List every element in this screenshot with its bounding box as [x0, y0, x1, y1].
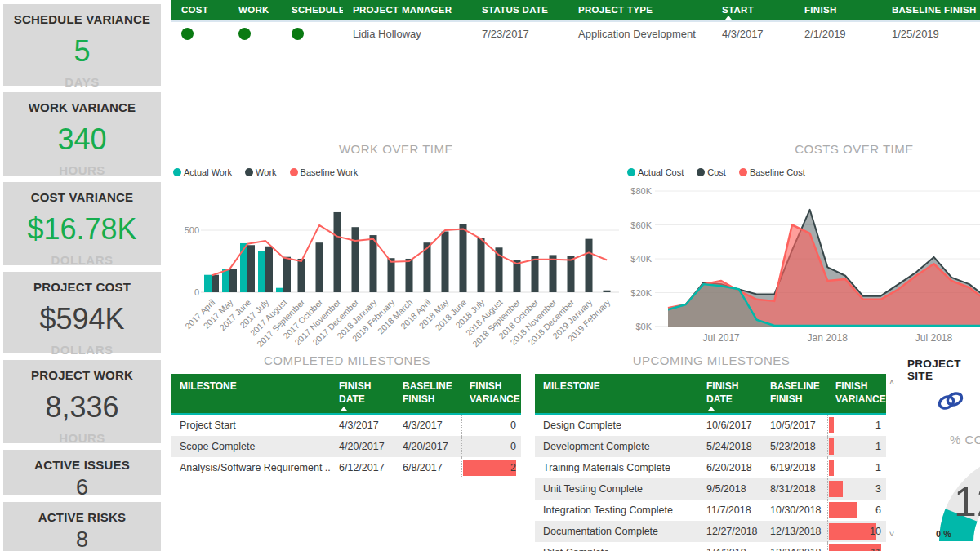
svg-text:Jul 2018: Jul 2018 — [915, 332, 953, 344]
column-header-label: FINISH — [770, 393, 802, 405]
column-header-milestone[interactable]: MILESTONE — [172, 374, 331, 413]
table-row[interactable]: Integration Testing Complete11/7/201810/… — [535, 500, 886, 521]
table-row[interactable]: Project Start4/3/20174/3/20170 — [172, 415, 521, 436]
finish-variance-value: 1 — [875, 462, 881, 473]
legend-item-actual-work[interactable]: Actual Work — [173, 167, 232, 177]
kpi-title: COST VARIANCE — [3, 190, 161, 204]
column-header-baseline-finish[interactable]: BASELINEFINISH — [762, 374, 827, 413]
table-row[interactable]: Unit Testing Complete9/5/20188/31/20183 — [535, 478, 886, 500]
column-header-label: START — [722, 5, 754, 15]
legend-item-baseline-work[interactable]: Baseline Work — [290, 167, 359, 177]
variance-data-bar — [829, 460, 834, 476]
baseline-finish-cell: 8/31/2018 — [762, 478, 827, 500]
column-header-status-date[interactable]: STATUS DATE — [472, 0, 568, 20]
table-row[interactable]: Analysis/Software Requirement ...6/12/20… — [172, 457, 521, 478]
svg-text:0: 0 — [194, 287, 199, 297]
kpi-title: ACTIVE RISKS — [3, 510, 161, 524]
finish-variance-cell: 10 — [827, 521, 886, 542]
kpi-value: $594K — [3, 302, 161, 336]
table-row[interactable]: Development Complete5/24/20185/23/20181 — [535, 436, 886, 457]
table-row[interactable]: Documentation Complete12/27/201812/13/20… — [535, 521, 886, 542]
column-header-start[interactable]: START — [712, 0, 795, 20]
gauge-value: 12 % — [954, 478, 980, 526]
legend-item-actual-cost[interactable]: Actual Cost — [627, 167, 684, 177]
legend-item-cost[interactable]: Cost — [697, 167, 726, 177]
column-header-finish[interactable]: FINISH — [795, 0, 882, 20]
column-header-baseline-finish[interactable]: BASELINE FINISH — [882, 0, 980, 20]
upcoming-milestones-table: Design Complete10/6/201710/5/20171Develo… — [535, 415, 886, 551]
kpi-value: 340 — [3, 122, 161, 157]
milestone-cell: Integration Testing Complete — [535, 500, 698, 521]
column-header-label: DATE — [706, 393, 733, 405]
kpi-card-active-issues[interactable]: ACTIVE ISSUES 6 — [3, 450, 161, 495]
project-site-title: PROJECT SITE — [907, 358, 980, 382]
column-header-finish-variance[interactable]: FINISHVARIANCE — [827, 374, 886, 413]
baseline-finish-cell: 5/23/2018 — [762, 436, 827, 457]
column-header-baseline-finish[interactable]: BASELINEFINISH — [394, 374, 461, 413]
svg-text:Jul 2017: Jul 2017 — [702, 332, 740, 344]
legend-dot-icon — [245, 168, 253, 176]
column-header-project-type[interactable]: PROJECT TYPE — [568, 0, 712, 20]
work-chart-legend: Actual Work Work Baseline Work — [173, 167, 358, 177]
kpi-card-schedule-variance[interactable]: SCHEDULE VARIANCE 5 DAYS — [3, 4, 161, 86]
kpi-card-project-work[interactable]: PROJECT WORK 8,336 HOURS — [3, 360, 161, 443]
milestone-cell: Pilot Complete — [535, 542, 698, 551]
project-manager-cell: Lidia Holloway — [343, 22, 472, 47]
kpi-value: 5 — [3, 34, 161, 69]
svg-text:Jan 2018: Jan 2018 — [808, 332, 849, 344]
legend-item-work[interactable]: Work — [245, 167, 276, 177]
green-status-dot-icon — [181, 28, 194, 40]
work-over-time-title: WORK OVER TIME — [172, 142, 621, 156]
table-row[interactable]: Design Complete10/6/201710/5/20171 — [535, 415, 886, 436]
finish-date-cell: 11/7/2018 — [698, 500, 762, 521]
table-row[interactable]: Training Materials Complete6/20/20186/19… — [535, 457, 886, 478]
table-row[interactable]: Scope Complete4/20/20174/20/20170 — [172, 436, 521, 457]
finish-variance-value: 6 — [875, 504, 881, 516]
costs-chart-legend: Actual Cost Cost Baseline Cost — [627, 167, 805, 177]
finish-date-cell: 5/24/2018 — [698, 436, 762, 457]
finish-date-cell: 12/27/2018 — [698, 521, 762, 542]
project-table-header: COST WORK SCHEDULE PROJECT MANAGER STATU… — [172, 0, 980, 22]
column-header-finish-date[interactable]: FINISHDATE — [698, 374, 762, 413]
column-header-label: BASELINE — [770, 380, 820, 392]
kpi-unit: HOURS — [3, 163, 161, 177]
column-header-label: FINISH — [470, 380, 501, 392]
kpi-card-work-variance[interactable]: WORK VARIANCE 340 HOURS — [3, 92, 161, 176]
status-date-cell: 7/23/2017 — [472, 22, 568, 47]
column-header-label: FINISH — [706, 380, 738, 392]
work-over-time-chart[interactable]: 50002017 April2017 May2017 June2017 July… — [172, 186, 621, 362]
legend-item-baseline-cost[interactable]: Baseline Cost — [739, 167, 805, 177]
svg-text:$80K: $80K — [630, 186, 652, 196]
kpi-card-cost-variance[interactable]: COST VARIANCE $16.78K DOLLARS — [3, 182, 161, 265]
column-header-milestone[interactable]: MILESTONE — [535, 374, 698, 413]
column-header-finish-variance[interactable]: FINISHVARIANCE — [461, 374, 521, 413]
column-header-work[interactable]: WORK — [229, 0, 282, 20]
legend-label: Baseline Work — [301, 167, 359, 177]
completed-milestones-header: MILESTONE FINISHDATE BASELINEFINISH FINI… — [172, 374, 521, 415]
link-icon[interactable] — [936, 389, 965, 413]
column-header-finish-date[interactable]: FINISHDATE — [331, 374, 394, 413]
project-table-row[interactable]: Lidia Holloway 7/23/2017 Application Dev… — [172, 22, 980, 47]
kpi-title: PROJECT WORK — [3, 368, 161, 382]
column-header-schedule[interactable]: SCHEDULE — [282, 0, 343, 20]
dashboard: SCHEDULE VARIANCE 5 DAYS WORK VARIANCE 3… — [0, 0, 980, 551]
kpi-unit: DAYS — [3, 75, 161, 89]
baseline-finish-cell: 10/30/2018 — [762, 500, 827, 521]
legend-dot-icon — [627, 168, 635, 176]
finish-variance-value: 10 — [870, 526, 881, 537]
column-header-cost[interactable]: COST — [172, 0, 229, 20]
kpi-value: $16.78K — [3, 212, 161, 247]
kpi-value: 8,336 — [3, 390, 161, 424]
kpi-card-active-risks[interactable]: ACTIVE RISKS 8 — [3, 502, 161, 551]
kpi-card-project-cost[interactable]: PROJECT COST $594K DOLLARS — [3, 272, 161, 353]
column-header-project-manager[interactable]: PROJECT MANAGER — [343, 0, 472, 20]
scroll-down-icon[interactable]: ˅ — [887, 529, 897, 539]
legend-label: Work — [256, 167, 276, 177]
column-header-label: DATE — [339, 393, 365, 405]
legend-label: Baseline Cost — [750, 167, 805, 177]
svg-text:$20K: $20K — [630, 288, 652, 298]
costs-over-time-chart[interactable]: $0K$20K$40K$60K$80KJul 2017Jan 2018Jul 2… — [626, 186, 980, 349]
table-row[interactable]: Pilot Complete1/4/201912/24/201811 — [535, 542, 886, 551]
variance-data-bar — [463, 460, 516, 476]
scroll-up-icon[interactable]: ˄ — [887, 377, 897, 387]
